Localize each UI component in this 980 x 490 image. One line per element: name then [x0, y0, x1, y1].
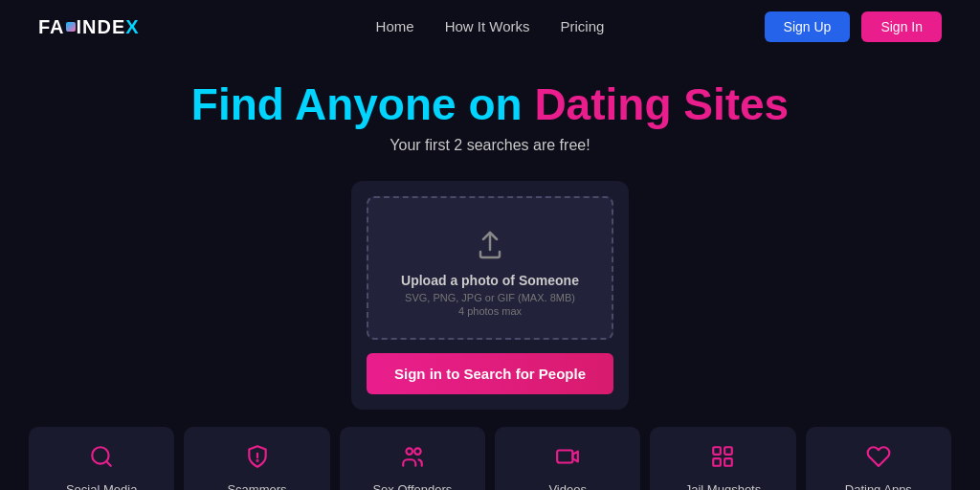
logo: FAINDEX	[38, 16, 140, 38]
category-jail-mugshots[interactable]: Jail Mugshots	[650, 427, 795, 490]
nav-pricing[interactable]: Pricing	[561, 18, 605, 34]
shield-icon	[197, 444, 316, 475]
hero-section: Find Anyone on Dating Sites Your first 2…	[0, 54, 980, 169]
upload-dropzone[interactable]: Upload a photo of Someone SVG, PNG, JPG …	[367, 196, 613, 340]
category-dating-apps-label: Dating Apps	[819, 482, 938, 490]
hero-title-part2: Dating Sites	[534, 79, 789, 129]
category-social-media[interactable]: Social Media	[29, 427, 174, 490]
category-social-media-label: Social Media	[42, 482, 161, 490]
hero-title-part1: Find Anyone on	[191, 79, 535, 129]
signin-button[interactable]: Sign In	[861, 11, 942, 42]
svg-rect-10	[725, 458, 733, 466]
svg-line-1	[106, 461, 111, 466]
hero-subtitle: Your first 2 searches are free!	[19, 137, 961, 154]
svg-point-5	[414, 448, 421, 455]
upload-icon	[471, 225, 509, 263]
svg-rect-7	[714, 447, 722, 455]
nav-links: Home How It Works Pricing	[376, 18, 605, 35]
category-videos[interactable]: Videos	[495, 427, 640, 490]
category-jail-mugshots-label: Jail Mugshots	[663, 482, 782, 490]
upload-max: 4 photos max	[388, 305, 592, 317]
category-scammers-label: Scammers	[197, 482, 316, 490]
category-sex-offenders[interactable]: Sex Offenders	[340, 427, 485, 490]
grid-icon	[663, 444, 782, 475]
nav-how-it-works[interactable]: How It Works	[445, 18, 530, 34]
svg-rect-9	[714, 458, 722, 466]
upload-label: Upload a photo of Someone	[388, 273, 592, 288]
search-icon	[42, 444, 161, 475]
logo-icon	[66, 22, 76, 32]
upload-label-prefix: Upload a photo of	[401, 273, 519, 288]
category-dating-apps[interactable]: Dating Apps	[806, 427, 951, 490]
search-button[interactable]: Sign in to Search for People	[367, 353, 613, 394]
svg-point-4	[406, 448, 412, 455]
svg-rect-6	[557, 450, 572, 462]
category-sex-offenders-label: Sex Offenders	[353, 482, 472, 490]
hero-title: Find Anyone on Dating Sites	[19, 80, 961, 129]
people-icon	[353, 444, 472, 475]
video-icon	[508, 444, 627, 475]
svg-rect-8	[725, 447, 733, 455]
upload-label-bold: Someone	[519, 273, 579, 288]
nav-home[interactable]: Home	[376, 18, 414, 34]
heart-icon	[819, 444, 938, 475]
svg-point-3	[256, 459, 257, 460]
category-videos-label: Videos	[508, 482, 627, 490]
categories-row: Social Media Scammers Sex Offenders	[0, 410, 980, 490]
upload-outer: Upload a photo of Someone SVG, PNG, JPG …	[351, 181, 629, 410]
navbar: FAINDEX Home How It Works Pricing Sign U…	[0, 0, 980, 54]
category-scammers[interactable]: Scammers	[184, 427, 329, 490]
upload-container: Upload a photo of Someone SVG, PNG, JPG …	[0, 181, 980, 410]
nav-buttons: Sign Up Sign In	[765, 11, 942, 42]
upload-hint: SVG, PNG, JPG or GIF (MAX. 8MB)	[388, 292, 592, 303]
signup-button[interactable]: Sign Up	[765, 11, 851, 42]
